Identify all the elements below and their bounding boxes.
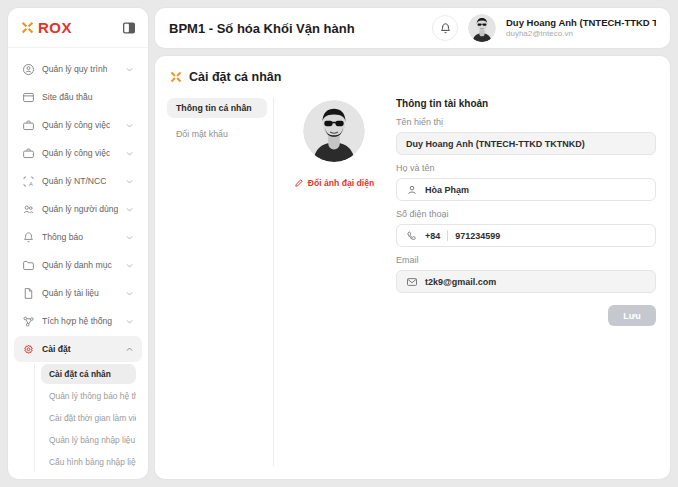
workflow-icon: [22, 63, 35, 76]
window-icon: [22, 91, 35, 104]
profile-avatar: [303, 100, 365, 162]
chevron-down-icon: [125, 177, 134, 186]
phone-icon: [406, 230, 418, 242]
phone-divider: [447, 230, 448, 241]
integration-icon: [22, 315, 35, 328]
svg-text:A: A: [29, 180, 33, 186]
submenu-item-quan-ly-thong-bao-he-thong[interactable]: Quản lý thông báo hệ thống: [41, 386, 136, 406]
submenu-item-quan-ly-bang-nhap-lieu[interactable]: Quản lý bảng nhập liệu: [41, 430, 136, 450]
field-label: Họ và tên: [396, 163, 656, 173]
page-title-icon: [169, 70, 183, 84]
sidebar-item-label: Quản lý tài liệu: [42, 288, 99, 298]
sidebar-item-cai-dat[interactable]: Cài đặt: [14, 336, 142, 362]
field-label: Số điện thoại: [396, 209, 656, 219]
gear-icon: [22, 343, 35, 356]
email-value: t2k9@gmail.com: [425, 277, 496, 287]
folder-icon: [22, 259, 35, 272]
user-email: duyha2@tnteco.vn: [506, 29, 656, 39]
header-bar: BPM1 - Số hóa Khối Vận hành: [155, 8, 670, 48]
rox-logo-icon: [20, 20, 35, 35]
sidebar-item-label: Site đấu thầu: [42, 92, 93, 102]
full-name-field[interactable]: Hòa Phạm: [396, 178, 656, 201]
sidebar-collapse-icon[interactable]: [122, 21, 136, 35]
phone-field[interactable]: +84 971234599: [396, 224, 656, 247]
change-avatar-button[interactable]: Đổi ảnh đại diện: [294, 178, 374, 188]
sidebar-item-site-dau-thau[interactable]: Site đấu thầu: [14, 84, 142, 110]
pencil-icon: [294, 178, 304, 188]
chevron-down-icon: [125, 205, 134, 214]
chevron-down-icon: [125, 233, 134, 242]
id-card-icon: A: [22, 175, 35, 188]
tab-doi-mat-khau[interactable]: Đổi mật khẩu: [167, 124, 267, 144]
sidebar-item-label: Quản lý quy trình: [42, 64, 107, 74]
notifications-button[interactable]: [432, 15, 458, 41]
briefcase-icon: [22, 119, 35, 132]
app-title: BPM1 - Số hóa Khối Vận hành: [169, 21, 355, 36]
sidebar-item-thong-bao[interactable]: Thông báo: [14, 224, 142, 250]
submenu-item-cai-dat-thoi-gian-lam-viec[interactable]: Cài đặt thời gian làm việc: [41, 408, 136, 428]
display-name-value: Duy Hoang Anh (TNTECH-TTKD TKTNKD): [406, 139, 585, 149]
sidebar-item-label: Quản lý danh mục: [42, 260, 112, 270]
vertical-divider: [273, 98, 274, 466]
email-field: t2k9@gmail.com: [396, 270, 656, 293]
save-button[interactable]: Lưu: [608, 305, 656, 326]
sidebar-item-quan-ly-ntncc[interactable]: A Quản lý NT/NCC: [14, 168, 142, 194]
logo-text: ROX: [38, 19, 72, 36]
sidebar-item-label: Tích hợp hệ thống: [42, 316, 112, 326]
full-name-value: Hòa Phạm: [425, 185, 469, 195]
chevron-down-icon: [125, 65, 134, 74]
bell-icon: [22, 231, 35, 244]
change-avatar-label: Đổi ảnh đại diện: [308, 178, 374, 188]
sidebar-nav: Quản lý quy trình Site đấu thầu Quản lý …: [8, 48, 148, 472]
sidebar-item-quan-ly-danh-muc[interactable]: Quản lý danh mục: [14, 252, 142, 278]
user-avatar[interactable]: [468, 14, 496, 42]
sidebar-item-label: Thông báo: [42, 232, 83, 242]
sidebar-item-label: Quản lý NT/NCC: [42, 176, 106, 186]
submenu-item-cai-dat-ca-nhan[interactable]: Cài đặt cá nhân: [41, 364, 136, 384]
chevron-down-icon: [125, 121, 134, 130]
user-icon: [406, 184, 418, 196]
account-form: Thông tin tài khoản Tên hiển thị Duy Hoa…: [386, 96, 658, 326]
settings-tabs: Thông tin cá nhân Đổi mật khẩu: [167, 96, 267, 150]
sidebar-item-label: Quản lý người dùng: [42, 204, 118, 214]
sidebar-item-label: Cài đặt: [42, 344, 71, 354]
sidebar-item-tich-hop-he-thong[interactable]: Tích hợp hệ thống: [14, 308, 142, 334]
sidebar-item-label: Quản lý công việc: [42, 120, 110, 130]
chevron-down-icon: [125, 149, 134, 158]
submenu-item-cau-hinh-bang-nhap-lieu[interactable]: Cấu hình bảng nhập liệu: [41, 452, 136, 472]
chevron-down-icon: [125, 289, 134, 298]
settings-submenu: Cài đặt cá nhân Quản lý thông báo hệ thố…: [34, 364, 136, 472]
form-section-title: Thông tin tài khoản: [396, 98, 656, 109]
users-icon: [22, 203, 35, 216]
sidebar-logo-row: ROX: [8, 8, 148, 48]
page-title: Cài đặt cá nhân: [189, 70, 281, 84]
sidebar-item-quan-ly-cong-viec-1[interactable]: Quản lý công việc: [14, 112, 142, 138]
tab-thong-tin-ca-nhan[interactable]: Thông tin cá nhân: [167, 98, 267, 118]
field-label: Email: [396, 255, 656, 265]
user-name: Duy Hoang Anh (TNTECH-TTKD TKT...: [506, 17, 656, 29]
sidebar-item-quan-ly-tai-lieu[interactable]: Quản lý tài liệu: [14, 280, 142, 306]
sidebar-item-label: Quản lý công việc: [42, 148, 110, 158]
document-icon: [22, 287, 35, 300]
briefcase-icon: [22, 147, 35, 160]
sidebar-item-quan-ly-nguoi-dung[interactable]: Quản lý người dùng: [14, 196, 142, 222]
chevron-down-icon: [125, 261, 134, 270]
chevron-up-icon: [125, 345, 134, 354]
phone-prefix: +84: [425, 231, 440, 241]
chevron-down-icon: [125, 317, 134, 326]
phone-value: 971234599: [455, 231, 500, 241]
sidebar-item-quan-ly-quy-trinh[interactable]: Quản lý quy trình: [14, 56, 142, 82]
user-info[interactable]: Duy Hoang Anh (TNTECH-TTKD TKT... duyha2…: [506, 17, 656, 39]
sidebar-item-quan-ly-cong-viec-2[interactable]: Quản lý công việc: [14, 140, 142, 166]
main-content: Cài đặt cá nhân Thông tin cá nhân Đổi mậ…: [155, 56, 670, 479]
sidebar: ROX Quản lý quy trình Site đấu thầu Quản…: [8, 8, 148, 479]
mail-icon: [406, 276, 418, 288]
field-label: Tên hiển thị: [396, 117, 656, 127]
bell-icon: [439, 22, 452, 35]
display-name-field: Duy Hoang Anh (TNTECH-TTKD TKTNKD): [396, 132, 656, 155]
